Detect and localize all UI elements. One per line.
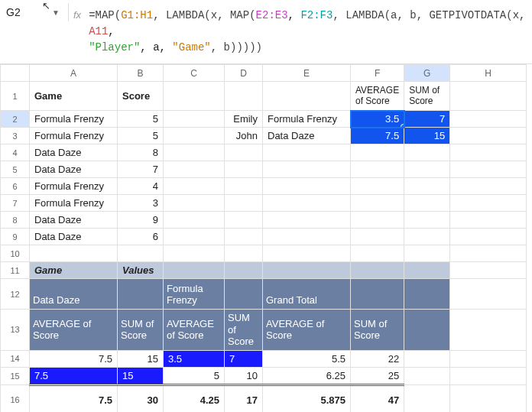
row-hdr-10[interactable]: 10	[1, 245, 30, 262]
row-hdr-6[interactable]: 6	[1, 178, 30, 195]
cell-F14[interactable]: 5.5	[263, 350, 351, 367]
col-A[interactable]: A	[30, 65, 118, 82]
fx-icon: fx	[69, 3, 86, 21]
row-hdr-14[interactable]: 14	[1, 350, 30, 367]
cell-F2[interactable]: Formula Frenzy	[263, 111, 351, 128]
cell-G1[interactable]: AVERAGE of Score	[351, 82, 404, 111]
col-F[interactable]: F	[351, 65, 404, 82]
cell-B6[interactable]: Formula Frenzy	[30, 178, 118, 195]
cell-B7[interactable]: Formula Frenzy	[30, 195, 118, 212]
cell-C9[interactable]: 6	[118, 229, 164, 245]
row-hdr-9[interactable]: 9	[1, 229, 30, 245]
cell-B2[interactable]: Formula Frenzy	[30, 111, 118, 128]
cell-C11[interactable]: Values	[118, 262, 164, 279]
row-hdr-3[interactable]: 3	[1, 128, 30, 144]
cell-D14[interactable]: 3.5	[164, 350, 225, 367]
cell-I1[interactable]	[450, 82, 527, 111]
col-C[interactable]: C	[164, 65, 225, 82]
cell-B11[interactable]: Game	[30, 262, 118, 279]
cell-E14[interactable]: 7	[225, 350, 263, 367]
cell-E3[interactable]: John	[225, 128, 263, 144]
row-13: 13 AVERAGE of Score SUM of Score AVERAGE…	[1, 310, 527, 351]
cell-E13[interactable]: SUM of Score	[225, 310, 263, 351]
cell-B12[interactable]: Data Daze	[30, 279, 118, 310]
cell-B16[interactable]: 7.5	[30, 384, 118, 412]
cell-B8[interactable]: Data Daze	[30, 212, 118, 229]
cell-G3[interactable]: 7.5	[351, 128, 404, 144]
cell-I3[interactable]	[450, 128, 527, 144]
col-D[interactable]: D	[225, 65, 263, 82]
cell-H3[interactable]: 15	[404, 128, 450, 144]
row-hdr-8[interactable]: 8	[1, 212, 30, 229]
row-hdr-13[interactable]: 13	[1, 310, 30, 351]
row-hdr-16[interactable]: 16	[1, 384, 30, 412]
row-hdr-4[interactable]: 4	[1, 144, 30, 161]
row-hdr-2[interactable]: 2	[1, 111, 30, 128]
col-E[interactable]: E	[263, 65, 351, 82]
row-hdr-7[interactable]: 7	[1, 195, 30, 212]
cell-G2[interactable]: 3.5	[351, 111, 404, 128]
cell-G15[interactable]: 25	[351, 367, 404, 384]
cell-F12[interactable]: Grand Total	[263, 279, 351, 310]
cell-F3[interactable]: Data Daze	[263, 128, 351, 144]
cell-F15[interactable]: 6.25	[263, 367, 351, 384]
row-hdr-1[interactable]: 1	[1, 82, 30, 111]
row-15: 15 7.5 15 5 10 6.25 25	[1, 367, 527, 384]
cell-C14[interactable]: 15	[118, 350, 164, 367]
cell-D13[interactable]: AVERAGE of Score	[164, 310, 225, 351]
cell-B5[interactable]: Data Daze	[30, 161, 118, 178]
row-hdr-11[interactable]: 11	[1, 262, 30, 279]
cell-C7[interactable]: 3	[118, 195, 164, 212]
cell-C1[interactable]: Score	[118, 82, 164, 111]
col-G[interactable]: G	[404, 65, 450, 82]
cell-B3[interactable]: Formula Frenzy	[30, 128, 118, 144]
cell-D1[interactable]	[164, 82, 225, 111]
row-10: 10	[1, 245, 527, 262]
cell-D3[interactable]	[164, 128, 225, 144]
col-B[interactable]: B	[118, 65, 164, 82]
cell-B15[interactable]: 7.5	[30, 367, 118, 384]
cell-D15[interactable]: 5	[164, 367, 225, 384]
cell-C13[interactable]: SUM of Score	[118, 310, 164, 351]
row-12: 12 Data Daze Formula Frenzy Grand Total	[1, 279, 527, 310]
cell-F1[interactable]	[263, 82, 351, 111]
cell-C3[interactable]: 5	[118, 128, 164, 144]
col-H[interactable]: H	[450, 65, 527, 82]
cell-F13[interactable]: AVERAGE of Score	[263, 310, 351, 351]
cell-C15[interactable]: 15	[118, 367, 164, 384]
cell-I2[interactable]	[450, 111, 527, 128]
cell-E1[interactable]	[225, 82, 263, 111]
cell-B9[interactable]: Data Daze	[30, 229, 118, 245]
cell-F16[interactable]: 5.875	[263, 384, 351, 412]
cell-D16[interactable]: 4.25	[164, 384, 225, 412]
cell-C8[interactable]: 9	[118, 212, 164, 229]
cell-D2[interactable]	[164, 111, 225, 128]
cell-E15[interactable]: 10	[225, 367, 263, 384]
cell-B4[interactable]: Data Daze	[30, 144, 118, 161]
row-hdr-5[interactable]: 5	[1, 161, 30, 178]
cell-H2[interactable]: 7	[404, 111, 450, 128]
cell-C6[interactable]: 4	[118, 178, 164, 195]
cell-D12[interactable]: Formula Frenzy	[164, 279, 225, 310]
formula-input[interactable]: =MAP(G1:H1, LAMBDA(x, MAP(E2:E3, F2:F3, …	[86, 3, 532, 60]
name-box[interactable]: G2 ▼	[0, 3, 69, 21]
cell-B14[interactable]: 7.5	[30, 350, 118, 367]
cell-C16[interactable]: 30	[118, 384, 164, 412]
cell-G14[interactable]: 22	[351, 350, 404, 367]
cell-C2[interactable]: 5	[118, 111, 164, 128]
cell-G16[interactable]: 47	[351, 384, 404, 412]
spreadsheet-grid[interactable]: A B C D E F G H 1 Game Score AVERAGE of …	[0, 64, 527, 412]
cell-C4[interactable]: 8	[118, 144, 164, 161]
cell-H1[interactable]: SUM of Score	[404, 82, 450, 111]
fill-handle[interactable]	[401, 124, 404, 128]
cell-G13[interactable]: SUM of Score	[351, 310, 404, 351]
cell-B1[interactable]: Game	[30, 82, 118, 111]
cell-B13[interactable]: AVERAGE of Score	[30, 310, 118, 351]
row-hdr-15[interactable]: 15	[1, 367, 30, 384]
cell-E16[interactable]: 17	[225, 384, 263, 412]
select-all-corner[interactable]	[1, 65, 30, 82]
cell-E2[interactable]: Emily	[225, 111, 263, 128]
cell-C5[interactable]: 7	[118, 161, 164, 178]
row-hdr-12[interactable]: 12	[1, 279, 30, 310]
chevron-down-icon[interactable]: ▼	[52, 8, 60, 17]
